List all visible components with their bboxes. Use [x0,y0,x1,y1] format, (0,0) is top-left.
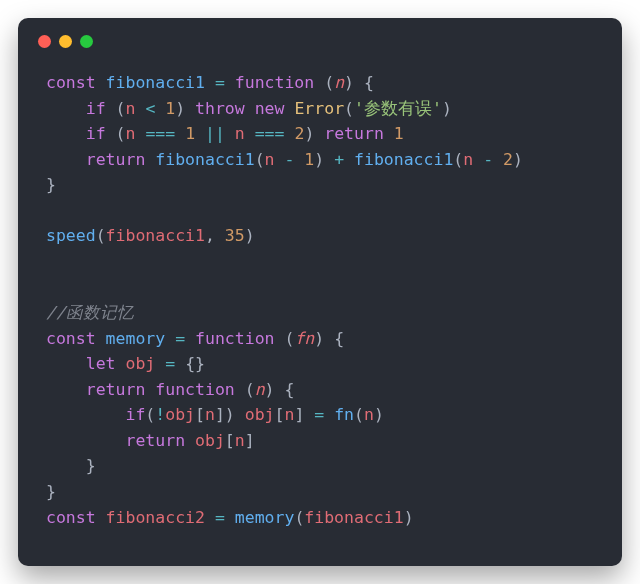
code-line: } [46,479,594,505]
close-icon[interactable] [38,35,51,48]
code-line: } [46,172,594,198]
code-area: const fibonacci1 = function (n) { if (n … [18,64,622,550]
code-line: const fibonacci2 = memory(fibonacci1) [46,505,594,531]
code-line [46,198,594,224]
code-line: const fibonacci1 = function (n) { [46,70,594,96]
code-line: return fibonacci1(n - 1) + fibonacci1(n … [46,147,594,173]
zoom-icon[interactable] [80,35,93,48]
code-line: } [46,453,594,479]
code-line [46,249,594,275]
code-window: const fibonacci1 = function (n) { if (n … [18,18,622,566]
code-line: return obj[n] [46,428,594,454]
code-line: //函数记忆 [46,300,594,326]
code-line: speed(fibonacci1, 35) [46,223,594,249]
code-line: if(!obj[n]) obj[n] = fn(n) [46,402,594,428]
code-line: if (n === 1 || n === 2) return 1 [46,121,594,147]
titlebar [18,18,622,64]
code-line: if (n < 1) throw new Error('参数有误') [46,96,594,122]
code-line: let obj = {} [46,351,594,377]
minimize-icon[interactable] [59,35,72,48]
code-line: const memory = function (fn) { [46,326,594,352]
code-line: return function (n) { [46,377,594,403]
code-line [46,275,594,301]
